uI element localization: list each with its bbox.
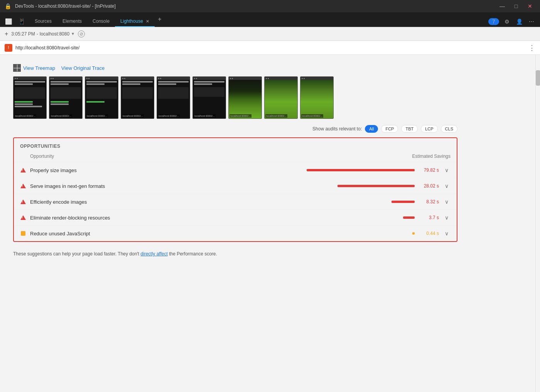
- restore-button[interactable]: □: [511, 3, 521, 9]
- triangle-icon-2: [20, 184, 26, 188]
- tab-elements[interactable]: Elements: [57, 16, 87, 27]
- screenshots-strip: localhost:8080/... localhost:8080/...: [13, 76, 457, 119]
- error-icon-4: [20, 215, 26, 221]
- window-controls: — □ ✕: [497, 3, 535, 9]
- opp-bar-2: [338, 185, 415, 187]
- filter-all-button[interactable]: All: [365, 125, 378, 133]
- opp-bar-area-1: 79.82 s: [307, 167, 439, 173]
- opp-render-blocking: Eliminate render-blocking resources 3.7 …: [14, 210, 457, 226]
- devtools-left-icons: ⬜ 📱: [3, 18, 27, 25]
- opportunities-section: OPPORTUNITIES Opportunity Estimated Savi…: [13, 137, 457, 242]
- footer-text: These suggestions can help your page loa…: [13, 251, 140, 257]
- screenshot-5: localhost:8080/...: [157, 76, 190, 119]
- add-tab-button[interactable]: +: [155, 14, 164, 25]
- main-content-area: View Treemap View Original Trace: [4, 55, 535, 392]
- filter-fcp-button[interactable]: FCP: [381, 125, 398, 133]
- view-buttons-row: View Treemap View Original Trace: [13, 61, 457, 76]
- filter-lcp-button[interactable]: LCP: [421, 125, 437, 133]
- column-headers: Opportunity Estimated Savings: [14, 152, 457, 162]
- right-scrollbar[interactable]: [535, 55, 540, 392]
- time-display: 3:05:27 PM - localhost:8080 ▼: [11, 31, 75, 37]
- time-separator: -: [37, 31, 38, 37]
- tab-lighthouse-close[interactable]: ✕: [146, 19, 149, 24]
- footer-text-after: the Performance score.: [169, 251, 217, 257]
- opp-bar-5: [412, 232, 415, 235]
- inspect-icon[interactable]: ⬜: [3, 18, 14, 25]
- opp-savings-1: 79.82 s: [418, 167, 439, 173]
- footer-note: These suggestions can help your page loa…: [13, 248, 457, 263]
- opp-efficiently-encode: Efficiently encode images 8.32 s ∨: [14, 194, 457, 210]
- url-bar: + 3:05:27 PM - localhost:8080 ▼ ⊘: [0, 27, 540, 41]
- treemap-label: View Treemap: [23, 65, 55, 71]
- tab-sources[interactable]: Sources: [29, 16, 57, 27]
- notification-badge: 7: [488, 18, 499, 25]
- lighthouse-content: View Treemap View Original Trace: [4, 55, 467, 269]
- expand-icon-2[interactable]: ∨: [443, 183, 451, 189]
- user-icon[interactable]: 👤: [514, 19, 525, 25]
- devtools-tab-bar: ⬜ 📱 Sources Elements Console Lighthouse …: [0, 12, 540, 27]
- directly-affect-link[interactable]: directly affect: [140, 251, 167, 257]
- host-dropdown-icon[interactable]: ▼: [71, 32, 75, 36]
- opp-label-5: Reduce unused JavaScript: [30, 231, 358, 237]
- screenshot-1: localhost:8080/...: [13, 76, 47, 119]
- screenshot-6: localhost:8080/...: [192, 76, 226, 119]
- trace-label: View Original Trace: [61, 65, 105, 71]
- security-icon: !: [5, 44, 12, 52]
- opp-next-gen-formats: Serve images in next-gen formats 28.02 s…: [14, 178, 457, 194]
- title-bar: 🔒 DevTools - localhost:8080/travel-site/…: [0, 0, 540, 12]
- triangle-icon: [20, 168, 26, 172]
- error-icon-1: [20, 167, 26, 173]
- devtools-right-icons: 7 ⚙ 👤 ⋯: [488, 18, 537, 25]
- screenshot-3: localhost:8080/...: [85, 76, 118, 119]
- opp-bar-1: [307, 169, 415, 171]
- opp-bar-3: [392, 201, 415, 203]
- square-icon-5: [21, 231, 25, 236]
- expand-icon-1[interactable]: ∨: [443, 167, 451, 173]
- triangle-icon-3: [20, 199, 26, 204]
- window-title: DevTools - localhost:8080/travel-site/ -…: [15, 3, 493, 9]
- opp-label-2: Serve images in next-gen formats: [30, 183, 334, 189]
- col-opportunity: Opportunity: [30, 154, 54, 159]
- opp-bar-area-5: 0.44 s: [362, 231, 439, 236]
- filter-tbt-button[interactable]: TBT: [401, 125, 418, 133]
- device-icon[interactable]: 📱: [16, 18, 27, 25]
- more-options-icon[interactable]: ⋯: [526, 19, 537, 25]
- filter-cls-button[interactable]: CLS: [441, 125, 457, 133]
- expand-icon-3[interactable]: ∨: [443, 199, 451, 205]
- error-icon-3: [20, 199, 26, 205]
- opp-bar-area-2: 28.02 s: [338, 183, 439, 189]
- opp-bar-area-4: 3.7 s: [362, 215, 439, 220]
- screenshot-2: localhost:8080/...: [49, 76, 83, 119]
- screenshot-8: localhost:8080/...: [264, 76, 298, 119]
- page-url-bar: ! http://localhost:8080/travel-site/ ⋮: [0, 41, 540, 55]
- opp-label-3: Efficiently encode images: [30, 199, 358, 205]
- opp-label-4: Eliminate render-blocking resources: [30, 215, 358, 221]
- devtools-favicon: 🔒: [5, 3, 11, 9]
- left-scroll-area: [0, 55, 4, 392]
- opp-properly-size-images: Properly size images 79.82 s ∨: [14, 162, 457, 178]
- audits-filter-row: Show audits relevant to: All FCP TBT LCP…: [13, 125, 457, 133]
- warning-icon-5: [20, 230, 26, 237]
- minimize-button[interactable]: —: [497, 3, 508, 9]
- settings-icon[interactable]: ⚙: [501, 19, 512, 25]
- tab-lighthouse[interactable]: Lighthouse ✕: [115, 16, 155, 27]
- close-button[interactable]: ✕: [525, 3, 535, 9]
- expand-icon-5[interactable]: ∨: [443, 230, 451, 237]
- opp-savings-4: 3.7 s: [418, 215, 439, 220]
- host-text: localhost:8080: [40, 31, 69, 37]
- opp-savings-3: 8.32 s: [418, 199, 439, 204]
- treemap-icon: [13, 64, 21, 72]
- tab-console[interactable]: Console: [87, 16, 115, 27]
- time-text: 3:05:27 PM: [11, 31, 35, 37]
- opp-bar-area-3: 8.32 s: [362, 199, 439, 204]
- screenshot-7: localhost:8080/...: [228, 76, 262, 119]
- opp-bar-4: [403, 216, 415, 219]
- view-treemap-button[interactable]: View Treemap: [13, 64, 55, 72]
- filter-label: Show audits relevant to:: [312, 126, 362, 132]
- opp-savings-5: 0.44 s: [418, 231, 439, 236]
- view-trace-button[interactable]: View Original Trace: [61, 65, 105, 71]
- scrollbar-thumb[interactable]: [536, 70, 540, 86]
- more-menu-icon[interactable]: ⋮: [528, 44, 535, 52]
- expand-icon-4[interactable]: ∨: [443, 215, 451, 221]
- add-tab-small-icon[interactable]: +: [5, 30, 8, 37]
